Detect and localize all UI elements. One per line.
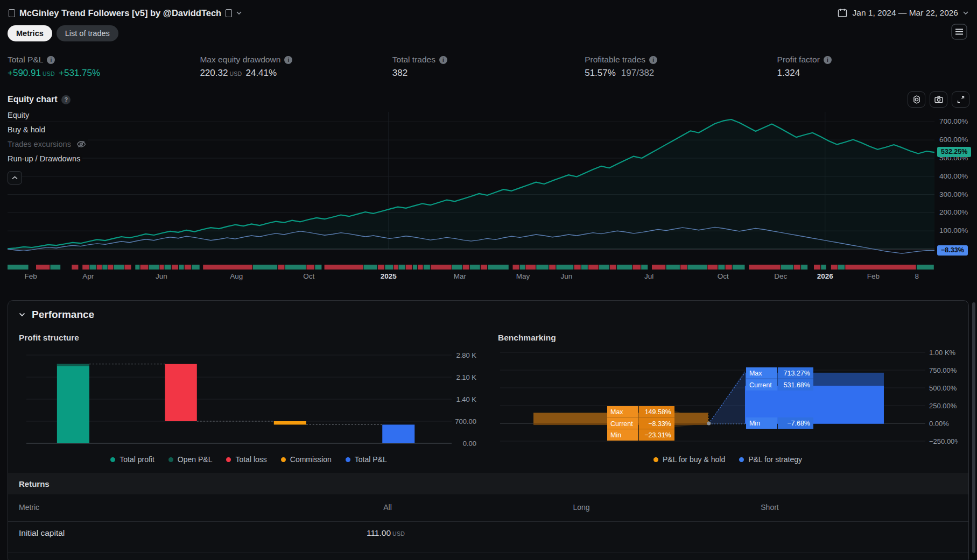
fullscreen-button[interactable]	[952, 91, 969, 108]
rows-layout-icon	[951, 24, 967, 40]
returns-column-headers: Metric All Long Short	[8, 494, 968, 522]
equity-chart-legend: Equity Buy & hold Trades excursions Run-…	[8, 110, 88, 185]
time-axis-label: Apr	[82, 272, 94, 280]
y-axis-tick: 200.00%	[939, 208, 968, 216]
placeholder-glyph-icon	[226, 9, 232, 17]
metric-name: Initial capital	[8, 528, 288, 538]
range-label-name: Min	[749, 420, 760, 427]
legend-item[interactable]: Open P&L	[168, 455, 213, 464]
time-axis-label: 8	[915, 272, 919, 280]
strategy-title: McGinley Trend Followers [v5] by @Davidd…	[19, 8, 221, 18]
range-label-name: Current	[749, 381, 772, 389]
time-axis-label: Feb	[867, 272, 880, 280]
view-tabs: Metrics List of trades	[8, 24, 969, 42]
profit-structure-title: Profit structure	[19, 333, 479, 346]
y-axis-tick: 1.40 K	[456, 395, 476, 403]
legend-item[interactable]: P&L for strategy	[739, 455, 802, 464]
info-icon[interactable]: i	[284, 56, 292, 64]
y-axis-tick: 2.10 K	[456, 373, 476, 381]
snapshot-button[interactable]	[930, 91, 947, 108]
time-axis-label: Feb	[24, 272, 37, 280]
legend-item[interactable]: Total profit	[110, 455, 154, 464]
legend-item[interactable]: P&L for buy & hold	[653, 455, 725, 464]
equity-chart-canvas	[0, 108, 977, 272]
time-axis-label: Oct	[303, 272, 314, 280]
legend-dot	[739, 457, 744, 462]
stat-total-trades: Total tradesi 382	[392, 54, 585, 85]
equity-chart-title: Equity chart	[8, 95, 57, 104]
legend-item-trades-excursions[interactable]: Trades excursions	[8, 139, 88, 150]
chevron-up-icon	[12, 176, 18, 180]
chevron-down-icon	[963, 11, 968, 15]
layout-options-button[interactable]	[950, 23, 968, 41]
info-icon[interactable]: i	[649, 56, 657, 64]
performance-panel: Performance Profit structure 0.00700.001…	[8, 300, 969, 560]
buyhold-last-value-badge: −8.33%	[937, 245, 968, 256]
tab-metrics[interactable]: Metrics	[8, 25, 52, 41]
legend-item[interactable]: Total P&L	[346, 455, 387, 464]
y-axis-tick: 500.00%	[929, 384, 957, 392]
time-axis-label: Aug	[230, 272, 243, 280]
stat-total-pnl: Total P&Li +590.91USD+531.75%	[8, 54, 200, 85]
strategy-title-group[interactable]: McGinley Trend Followers [v5] by @Davidd…	[9, 8, 242, 18]
placeholder-glyph-icon	[9, 9, 15, 17]
range-label-name: Max	[749, 370, 762, 377]
benchmarking-chart: 1.00 K%750.00%500.00%250.00%0.00%−250.00…	[498, 346, 958, 448]
time-axis-label: Mar	[454, 272, 466, 280]
legend-dot	[168, 457, 173, 462]
equity-chart-area[interactable]: Equity Buy & hold Trades excursions Run-…	[0, 108, 977, 285]
time-axis-label: Oct	[718, 272, 729, 280]
info-icon[interactable]: i	[47, 56, 55, 64]
legend-item-equity[interactable]: Equity	[8, 110, 31, 120]
strategy-tester-page: McGinley Trend Followers [v5] by @Davidd…	[0, 0, 977, 560]
camera-icon	[934, 95, 944, 104]
bar-open-p-l	[57, 364, 89, 366]
range-label-value: −7.68%	[787, 420, 810, 427]
time-axis-label: Dec	[774, 272, 787, 280]
legend-item-buy-and-hold[interactable]: Buy & hold	[8, 124, 47, 135]
benchmarking-title: Benchmarking	[498, 333, 958, 346]
collapse-legend-button[interactable]	[8, 171, 22, 185]
returns-table-body: Initial capital111.00USDOpen P&L+0.79USD	[8, 522, 968, 560]
y-axis-tick: 400.00%	[939, 172, 968, 180]
performance-title: Performance	[32, 309, 94, 321]
equity-chart-header: Equity chart ?	[8, 90, 969, 109]
time-axis-label: May	[516, 272, 530, 280]
help-icon[interactable]: ?	[61, 95, 71, 104]
performance-header[interactable]: Performance	[8, 301, 968, 329]
tab-list-of-trades[interactable]: List of trades	[57, 25, 118, 41]
range-label-value: 531.68%	[784, 381, 810, 389]
range-label-name: Min	[610, 431, 621, 439]
topbar: McGinley Trend Followers [v5] by @Davidd…	[9, 4, 968, 22]
legend-item[interactable]: Total loss	[226, 455, 266, 464]
legend-item[interactable]: Commission	[281, 455, 332, 464]
page-scrollbar[interactable]	[972, 302, 975, 553]
y-axis-tick: 750.00%	[929, 366, 957, 374]
bar-total-p-l	[382, 424, 414, 443]
benchmarking-legend: P&L for buy & holdP&L for strategy	[498, 450, 958, 469]
y-axis-tick: 600.00%	[939, 136, 968, 144]
stat-profit-factor: Profit factori 1.324	[777, 54, 969, 85]
chevron-down-icon	[236, 11, 242, 15]
bar-commission	[274, 421, 306, 424]
expand-icon	[956, 95, 966, 104]
y-axis-tick: 100.00%	[939, 226, 968, 235]
time-axis-label: 2026	[817, 272, 833, 280]
legend-dot	[110, 457, 115, 462]
metric-value-all: 111.00USD	[367, 528, 409, 538]
stat-profitable-trades: Profitable tradesi 51.57%197/382	[585, 54, 777, 85]
legend-dot	[226, 457, 231, 462]
profit-structure-legend: Total profitOpen P&LTotal lossCommission…	[19, 450, 479, 469]
y-axis-tick: 0.00%	[929, 420, 949, 428]
returns-section-header[interactable]: Returns	[8, 473, 968, 494]
time-axis-label: Jun	[156, 272, 167, 280]
date-range-picker[interactable]: Jan 1, 2024 — Mar 22, 2026	[837, 8, 968, 18]
chart-settings-button[interactable]	[908, 91, 925, 108]
key-stats-row: Total P&Li +590.91USD+531.75% Max equity…	[8, 54, 969, 85]
y-axis-tick: 0.00	[463, 440, 476, 448]
legend-item-runup-drawdowns[interactable]: Run-up / Drawdowns	[8, 153, 82, 164]
info-icon[interactable]: i	[824, 56, 832, 64]
info-icon[interactable]: i	[439, 56, 447, 64]
bar-total-loss	[165, 364, 197, 421]
col-all: All	[288, 503, 487, 512]
